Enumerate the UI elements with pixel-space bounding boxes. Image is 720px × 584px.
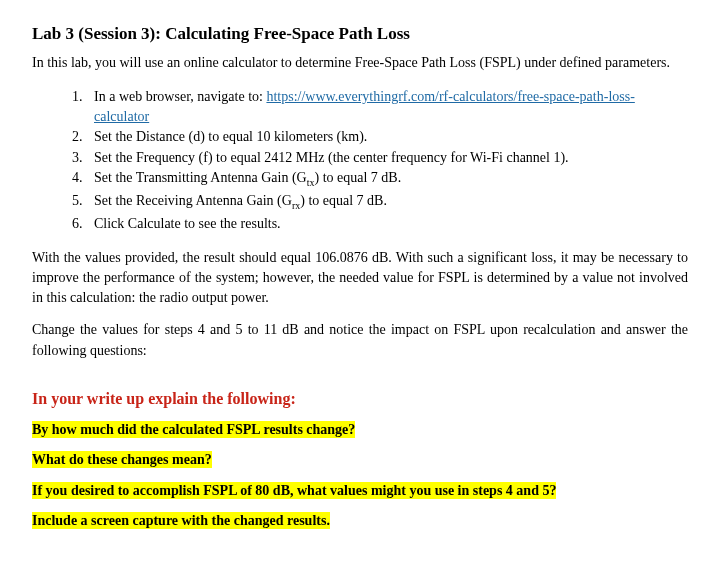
question-3-text: If you desired to accomplish FSPL of 80 … bbox=[32, 482, 556, 499]
step-4-sub: tx bbox=[307, 177, 315, 188]
step-2: Set the Distance (d) to equal 10 kilomet… bbox=[86, 127, 688, 147]
question-1: By how much did the calculated FSPL resu… bbox=[32, 420, 688, 440]
step-5-a: Set the Receiving Antenna Gain (G bbox=[94, 193, 292, 208]
change-paragraph: Change the values for steps 4 and 5 to 1… bbox=[32, 320, 688, 361]
step-4-b: ) to equal 7 dB. bbox=[315, 170, 402, 185]
question-1-text: By how much did the calculated FSPL resu… bbox=[32, 421, 355, 438]
question-4: Include a screen capture with the change… bbox=[32, 511, 688, 531]
step-5-b: ) to equal 7 dB. bbox=[300, 193, 387, 208]
question-3: If you desired to accomplish FSPL of 80 … bbox=[32, 481, 688, 501]
step-4: Set the Transmitting Antenna Gain (Gtx) … bbox=[86, 168, 688, 190]
step-5-sub: rx bbox=[292, 200, 300, 211]
step-5: Set the Receiving Antenna Gain (Grx) to … bbox=[86, 191, 688, 213]
step-6: Click Calculate to see the results. bbox=[86, 214, 688, 234]
result-paragraph: With the values provided, the result sho… bbox=[32, 248, 688, 309]
steps-list: In a web browser, navigate to: https://w… bbox=[32, 87, 688, 234]
question-2-text: What do these changes mean? bbox=[32, 451, 212, 468]
step-3: Set the Frequency (f) to equal 2412 MHz … bbox=[86, 148, 688, 168]
question-4-text: Include a screen capture with the change… bbox=[32, 512, 330, 529]
page-title: Lab 3 (Session 3): Calculating Free-Spac… bbox=[32, 22, 688, 47]
question-2: What do these changes mean? bbox=[32, 450, 688, 470]
step-1: In a web browser, navigate to: https://w… bbox=[86, 87, 688, 126]
intro-paragraph: In this lab, you will use an online calc… bbox=[32, 53, 688, 73]
writeup-heading: In your write up explain the following: bbox=[32, 387, 688, 410]
step-4-a: Set the Transmitting Antenna Gain (G bbox=[94, 170, 307, 185]
step-1-text: In a web browser, navigate to: bbox=[94, 89, 266, 104]
